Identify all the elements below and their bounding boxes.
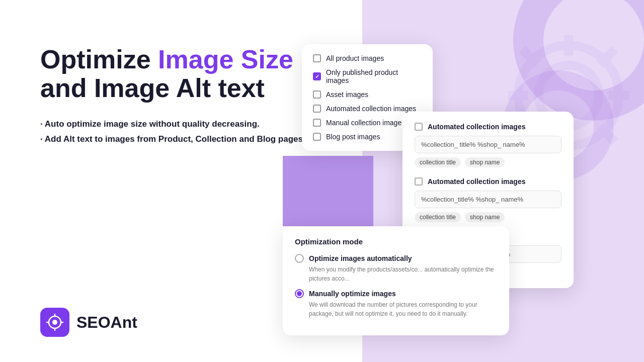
alt-section-2-title: Automated collection images: [428, 177, 525, 186]
title-part2: and Image Alt text: [40, 73, 265, 103]
bullet-1: · Auto optimize image size without quali…: [40, 118, 312, 131]
checkbox-all-product[interactable]: [313, 54, 321, 62]
checkbox-automated[interactable]: [313, 105, 321, 113]
opt-manual-header: Manually optimize images: [295, 289, 497, 298]
left-content-area: Optimize Image Sizeand Image Alt text · …: [40, 45, 312, 147]
bullet-2: · Add Alt text to images from Product, C…: [40, 133, 312, 146]
checkbox-row-only-published[interactable]: Only published product images: [313, 68, 422, 84]
checkbox-label-only-published: Only published product images: [326, 68, 422, 84]
opt-manual-desc: We will download the number of pictures …: [295, 300, 497, 318]
alt-section-automated-2: Automated collection images %collection_…: [415, 177, 561, 222]
svg-line-7: [600, 127, 615, 142]
opt-auto-desc: When you modify the products/assets/co..…: [295, 265, 497, 283]
checkbox-label-asset: Asset images: [326, 90, 368, 99]
alt-checkbox-automated-1[interactable]: [415, 123, 423, 131]
checkbox-asset[interactable]: [313, 90, 321, 99]
checkbox-blog[interactable]: [313, 133, 321, 141]
logo-area: SEOAnt: [40, 308, 137, 337]
alt-section-1-title: Automated collection images: [428, 123, 525, 131]
checkbox-label-automated: Automated collection images: [326, 105, 416, 113]
tag-collection-title-1: collection title: [415, 157, 461, 167]
opt-option-auto[interactable]: Optimize images automatically When you m…: [295, 254, 497, 283]
alt-section-automated-1: Automated collection images %collection_…: [415, 123, 561, 167]
checkbox-label-blog: Blog post images: [326, 133, 380, 141]
svg-line-8: [600, 49, 615, 64]
bullet-list: · Auto optimize image size without quali…: [40, 118, 312, 145]
alt-section-1-header: Automated collection images: [415, 123, 561, 131]
title-highlight: Image Size: [158, 45, 293, 74]
main-title: Optimize Image Sizeand Image Alt text: [40, 45, 312, 103]
opt-manual-label: Manually optimize images: [309, 290, 396, 298]
alt-tags-automated-2: collection title shop name: [415, 212, 561, 222]
bg-rect-mid: [283, 156, 373, 226]
alt-input-automated-1[interactable]: %collection_ title% %shop_ name%: [415, 136, 561, 153]
tag-collection-title-2: collection title: [415, 212, 461, 222]
alt-checkbox-automated-2[interactable]: [415, 177, 423, 186]
optimization-mode-card: Optimization mode Optimize images automa…: [283, 226, 509, 335]
opt-auto-label: Optimize images automatically: [309, 254, 412, 262]
checkbox-only-published[interactable]: [313, 72, 321, 80]
title-part1: Optimize: [40, 45, 158, 74]
optimization-mode-title: Optimization mode: [295, 237, 497, 246]
checkbox-manual[interactable]: [313, 119, 321, 127]
radio-auto[interactable]: [295, 254, 304, 263]
seoant-logo-svg: [46, 313, 64, 331]
tag-shop-name-1: shop name: [465, 157, 505, 167]
checkbox-label-all-product: All product images: [326, 54, 384, 62]
tag-shop-name-2: shop name: [465, 212, 505, 222]
alt-input-automated-2[interactable]: %collection_title% %shop_ name%: [415, 191, 561, 208]
logo-icon: [40, 308, 69, 337]
opt-option-manual[interactable]: Manually optimize images We will downloa…: [295, 289, 497, 318]
checkbox-row-asset[interactable]: Asset images: [313, 90, 422, 99]
alt-section-2-header: Automated collection images: [415, 177, 561, 186]
checkbox-row-automated[interactable]: Automated collection images: [313, 105, 422, 113]
radio-manual-dot: [297, 291, 302, 296]
opt-auto-header: Optimize images automatically: [295, 254, 497, 263]
logo-name: SEOAnt: [76, 313, 137, 332]
radio-manual[interactable]: [295, 289, 304, 298]
checkbox-label-manual: Manual collection image: [326, 119, 401, 127]
svg-point-11: [52, 320, 57, 325]
checkbox-row-all-product[interactable]: All product images: [313, 54, 422, 62]
svg-line-6: [522, 49, 537, 64]
alt-tags-automated-1: collection title shop name: [415, 157, 561, 167]
